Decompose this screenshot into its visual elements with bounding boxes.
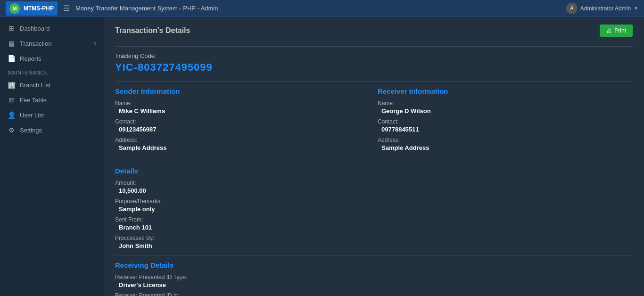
transaction-icon: ▤ bbox=[8, 40, 15, 47]
amount-label: Amount: bbox=[115, 180, 633, 186]
sent-from-label: Sent From: bbox=[115, 216, 633, 223]
receiver-name-label: Name: bbox=[378, 100, 633, 107]
printer-icon: 🖨 bbox=[606, 27, 612, 34]
purpose-field: Purpose/Remarks: Sample only bbox=[115, 198, 633, 213]
divider-4 bbox=[115, 255, 633, 255]
purpose-label: Purpose/Remarks: bbox=[115, 198, 633, 205]
print-button[interactable]: 🖨 Print bbox=[600, 25, 633, 37]
sender-address-field: Address: Sample Address bbox=[115, 137, 370, 151]
sender-name-value: Mike C Williams bbox=[115, 107, 370, 115]
sidebar-item-label: Fee Table bbox=[20, 97, 47, 104]
divider-3 bbox=[115, 161, 633, 161]
receiver-section: Receiver Information Name: George D Wils… bbox=[378, 87, 633, 155]
receiver-address-value: Sample Address bbox=[378, 144, 633, 151]
sidebar-item-label: Settings bbox=[20, 127, 42, 134]
sent-from-value: Branch 101 bbox=[115, 224, 633, 231]
sender-name-field: Name: Mike C Williams bbox=[115, 100, 370, 115]
details-section-title: Details bbox=[115, 167, 633, 175]
tracking-section: Tracking Code: YIC-803727495099 bbox=[115, 52, 633, 74]
divider bbox=[115, 46, 633, 47]
page-title: Transaction's Details bbox=[115, 26, 190, 35]
branch-icon: 🏢 bbox=[8, 81, 15, 89]
sidebar-item-branch-list[interactable]: 🏢 Branch List bbox=[0, 77, 104, 92]
sidebar-item-label: Dashboard bbox=[20, 25, 50, 32]
receiver-name-value: George D Wilson bbox=[378, 107, 633, 115]
sidebar-item-label: Branch List bbox=[20, 82, 50, 89]
sender-contact-field: Contact: 09123456987 bbox=[115, 118, 370, 133]
hamburger-icon[interactable]: ☰ bbox=[63, 4, 70, 13]
sidebar-item-dashboard[interactable]: ⊞ Dashboard bbox=[0, 21, 104, 36]
receiver-section-title: Receiver Information bbox=[378, 87, 633, 95]
id-type-value: Driver's License bbox=[115, 281, 633, 288]
processed-by-field: Proccessed By: John Smith bbox=[115, 235, 633, 249]
dashboard-icon: ⊞ bbox=[8, 25, 15, 32]
sender-section: Sender Information Name: Mike C Williams… bbox=[115, 87, 370, 155]
sender-address-value: Sample Address bbox=[115, 144, 370, 151]
content-area: Transaction's Details 🖨 Print Tracking C… bbox=[104, 17, 644, 296]
receiver-contact-value: 09778845511 bbox=[378, 126, 633, 133]
sender-address-label: Address: bbox=[115, 137, 370, 143]
details-section: Details Amount: 10,500.00 Purpose/Remark… bbox=[115, 167, 633, 249]
user-menu[interactable]: A Administrator Admin ▼ bbox=[566, 3, 638, 14]
sender-section-title: Sender Information bbox=[115, 87, 370, 95]
info-grid: Sender Information Name: Mike C Williams… bbox=[115, 87, 633, 155]
topbar-title: Money Transfer Management System - PHP -… bbox=[75, 5, 566, 12]
fee-icon: ▦ bbox=[8, 96, 15, 104]
sidebar-item-fee-table[interactable]: ▦ Fee Table bbox=[0, 92, 104, 107]
sidebar-item-reports[interactable]: 📄 Reports bbox=[0, 51, 104, 66]
sender-contact-value: 09123456987 bbox=[115, 126, 370, 133]
sidebar-item-user-list[interactable]: 👤 User List bbox=[0, 107, 104, 123]
receiver-contact-field: Contact: 09778845511 bbox=[378, 118, 633, 133]
tracking-code: YIC-803727495099 bbox=[115, 61, 633, 74]
logo: M MTMS-PHP bbox=[6, 1, 58, 16]
dropdown-arrow-icon: ▼ bbox=[634, 6, 638, 11]
sidebar: ⊞ Dashboard ▤ Transaction < 📄 Reports Ma… bbox=[0, 17, 104, 296]
receiver-contact-label: Contact: bbox=[378, 118, 633, 125]
sidebar-item-label: User List bbox=[20, 112, 44, 119]
settings-icon: ⚙ bbox=[8, 126, 15, 134]
id-number-label: Receiver Presented ID #: bbox=[115, 292, 633, 296]
sidebar-nav: ⊞ Dashboard ▤ Transaction < 📄 Reports Ma… bbox=[0, 17, 104, 296]
maintenance-section-label: Maintenance bbox=[0, 66, 104, 77]
receiving-section: Receiving Details Receiver Presented ID … bbox=[115, 261, 633, 296]
content-main: Transaction's Details 🖨 Print Tracking C… bbox=[104, 17, 644, 296]
processed-by-value: John Smith bbox=[115, 242, 633, 249]
logo-text: MTMS-PHP bbox=[24, 5, 54, 12]
id-type-label: Receiver Presented ID Type: bbox=[115, 274, 633, 280]
processed-by-label: Proccessed By: bbox=[115, 235, 633, 241]
receiver-name-field: Name: George D Wilson bbox=[378, 100, 633, 115]
sender-name-label: Name: bbox=[115, 100, 370, 107]
purpose-value: Sample only bbox=[115, 206, 633, 213]
id-number-field: Receiver Presented ID #: NVY 9875589988 bbox=[115, 292, 633, 296]
divider-2 bbox=[115, 81, 633, 82]
amount-field: Amount: 10,500.00 bbox=[115, 180, 633, 194]
tracking-label: Tracking Code: bbox=[115, 52, 633, 59]
sidebar-item-settings[interactable]: ⚙ Settings bbox=[0, 123, 104, 138]
sidebar-item-transaction[interactable]: ▤ Transaction < bbox=[0, 36, 104, 51]
top-bar: M MTMS-PHP ☰ Money Transfer Management S… bbox=[0, 0, 644, 17]
chevron-right-icon: < bbox=[93, 41, 96, 46]
sidebar-item-label: Transaction bbox=[20, 40, 51, 47]
receiver-address-label: Address: bbox=[378, 137, 633, 143]
user-name: Administrator Admin bbox=[580, 5, 631, 12]
sent-from-field: Sent From: Branch 101 bbox=[115, 216, 633, 231]
user-avatar: A bbox=[566, 3, 578, 14]
amount-value: 10,500.00 bbox=[115, 187, 633, 194]
logo-icon: M bbox=[9, 3, 20, 14]
id-type-field: Receiver Presented ID Type: Driver's Lic… bbox=[115, 274, 633, 288]
sender-contact-label: Contact: bbox=[115, 118, 370, 125]
receiver-address-field: Address: Sample Address bbox=[378, 137, 633, 151]
reports-icon: 📄 bbox=[8, 55, 15, 62]
page-header: Transaction's Details 🖨 Print bbox=[115, 25, 633, 41]
sidebar-item-label: Reports bbox=[20, 55, 41, 62]
user-icon: 👤 bbox=[8, 111, 15, 119]
receiving-section-title: Receiving Details bbox=[115, 261, 633, 269]
